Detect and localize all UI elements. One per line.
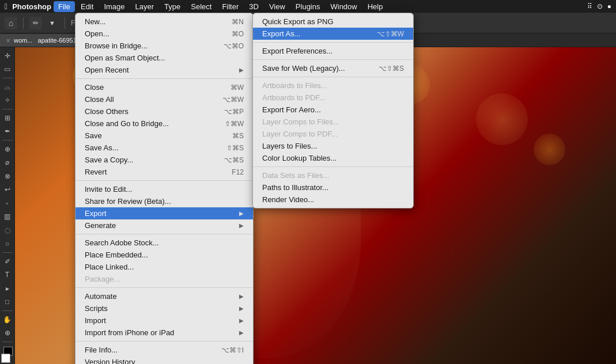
menu-revert[interactable]: Revert F12: [75, 166, 253, 178]
tool-options[interactable]: ▼: [46, 18, 59, 28]
export-color-lookup-tables[interactable]: Color Lookup Tables...: [253, 152, 413, 164]
menu-export[interactable]: Export ▶: [75, 207, 253, 219]
menu-package: Package...: [75, 273, 253, 285]
menu-file-info[interactable]: File Info... ⌥⌘⇧I: [75, 344, 253, 356]
tools-sep-6: [2, 342, 13, 342]
tools-sep-1: [2, 78, 13, 78]
menu-layer[interactable]: Layer: [131, 1, 159, 12]
menu-close[interactable]: Close ⌘W: [75, 81, 253, 93]
menu-new[interactable]: New... ⌘N: [75, 16, 253, 28]
menu-share-for-review[interactable]: Share for Review (Beta)...: [75, 195, 253, 207]
menu-place-embedded[interactable]: Place Embedded...: [75, 249, 253, 261]
export-render-video[interactable]: Render Video...: [253, 194, 413, 206]
menu-type[interactable]: Type: [160, 1, 185, 12]
menu-open[interactable]: Open... ⌘O: [75, 28, 253, 40]
path-selection-tool[interactable]: ▸: [1, 282, 14, 295]
menu-generate[interactable]: Generate ▶: [75, 219, 253, 232]
menu-plugins[interactable]: Plugins: [291, 1, 325, 12]
gradient-tool[interactable]: ▥: [1, 210, 14, 223]
menu-bar-right: ⠿ ⊙ ●: [587, 2, 611, 10]
menu-help[interactable]: Help: [363, 1, 388, 12]
tools-panel: ✛ ▭ ⌓ ✧ ⊞ ✒ ⊕ ⌀ ⊗ ↩ ▫ ▥ ◌ ○ ✐ T ▸ □ ✋ ⊕: [0, 47, 15, 364]
tools-sep-3: [2, 140, 13, 141]
menu-edit[interactable]: Edit: [76, 1, 98, 12]
menu-version-history[interactable]: Version History: [75, 356, 253, 364]
menu-sep-2: [75, 180, 253, 181]
menu-sep-5: [75, 341, 253, 342]
pen-tool[interactable]: ✐: [1, 255, 14, 268]
menu-3d[interactable]: 3D: [244, 1, 263, 12]
export-layers-to-files[interactable]: Layers to Files...: [253, 140, 413, 152]
menu-sep-3: [75, 234, 253, 234]
menu-sep-1: [75, 78, 253, 79]
ps-home-icon[interactable]: ⌂: [5, 17, 17, 29]
export-sep-3: [253, 77, 413, 77]
apple-menu-icon[interactable]: : [5, 2, 7, 11]
menu-open-recent[interactable]: Open Recent ▶: [75, 64, 253, 76]
text-tool[interactable]: T: [1, 268, 14, 281]
menu-view[interactable]: View: [264, 1, 290, 12]
menu-save-as[interactable]: Save As... ⇧⌘S: [75, 142, 253, 154]
eyedropper-tool[interactable]: ✒: [1, 125, 14, 138]
magic-wand-tool[interactable]: ✧: [1, 94, 14, 107]
bokeh-8: [534, 134, 565, 165]
brush-tool[interactable]: ⌀: [1, 156, 14, 169]
menu-save-copy[interactable]: Save a Copy... ⌥⌘S: [75, 154, 253, 166]
menu-file[interactable]: File: [54, 1, 75, 12]
menu-bar:  Photoshop File Edit Image Layer Type S…: [0, 0, 616, 13]
menu-automate[interactable]: Automate ▶: [75, 290, 253, 302]
history-brush-tool[interactable]: ↩: [1, 183, 14, 196]
toolbar-sep-1: [23, 17, 24, 29]
control-center-icon[interactable]: ⠿: [587, 2, 592, 10]
color-swatches: [1, 344, 14, 362]
export-sep-4: [253, 166, 413, 167]
dodge-tool[interactable]: ○: [1, 237, 14, 250]
background-color[interactable]: [1, 354, 10, 363]
menu-image[interactable]: Image: [99, 1, 129, 12]
menu-select[interactable]: Select: [186, 1, 216, 12]
tab-close-icon[interactable]: ✕: [6, 37, 10, 44]
eraser-tool[interactable]: ▫: [1, 197, 14, 210]
menu-place-linked[interactable]: Place Linked...: [75, 261, 253, 273]
healing-brush-tool[interactable]: ⊕: [1, 143, 14, 156]
crop-tool[interactable]: ⊞: [1, 112, 14, 124]
export-export-as[interactable]: Export As... ⌥⇧⌘W: [253, 28, 413, 40]
move-tool[interactable]: ✛: [1, 50, 14, 62]
blur-tool[interactable]: ◌: [1, 224, 14, 237]
menu-window[interactable]: Window: [326, 1, 361, 12]
menu-open-smart-object[interactable]: Open as Smart Object...: [75, 52, 253, 64]
export-quick-export-png[interactable]: Quick Export as PNG: [253, 16, 413, 28]
export-layer-comps-pdf: Layer Comps to PDF...: [253, 128, 413, 140]
lasso-tool[interactable]: ⌓: [1, 81, 14, 93]
export-save-for-web[interactable]: Save for Web (Legacy)... ⌥⇧⌘S: [253, 62, 413, 74]
wifi-icon[interactable]: ⊙: [597, 2, 603, 10]
export-paths-illustrator[interactable]: Paths to Illustrator...: [253, 181, 413, 194]
toolbar-sep-2: [65, 17, 65, 29]
menu-import[interactable]: Import ▶: [75, 314, 253, 327]
menu-scripts[interactable]: Scripts ▶: [75, 302, 253, 314]
app-name[interactable]: Photoshop: [12, 2, 51, 11]
tools-sep-5: [2, 310, 13, 311]
bokeh-6: [476, 93, 528, 145]
menu-search-adobe-stock[interactable]: Search Adobe Stock...: [75, 237, 253, 249]
export-sep-1: [253, 42, 413, 43]
menu-close-others[interactable]: Close Others ⌥⌘P: [75, 105, 253, 117]
export-preferences[interactable]: Export Preferences...: [253, 45, 413, 57]
menu-import-from-iphone[interactable]: Import from iPhone or iPad ▶: [75, 327, 253, 339]
menu-filter[interactable]: Filter: [217, 1, 243, 12]
menu-invite-to-edit[interactable]: Invite to Edit...: [75, 183, 253, 195]
menu-save[interactable]: Save ⌘S: [75, 130, 253, 142]
zoom-tool[interactable]: ⊕: [1, 327, 14, 339]
shape-tool[interactable]: □: [1, 295, 14, 308]
menu-sep-4: [75, 287, 253, 288]
export-for-aero[interactable]: Export For Aero...: [253, 104, 413, 116]
selection-tool[interactable]: ▭: [1, 63, 14, 76]
menu-close-all[interactable]: Close All ⌥⌘W: [75, 93, 253, 105]
tools-sep-4: [2, 252, 13, 253]
tools-sep-2: [2, 109, 13, 109]
hand-tool[interactable]: ✋: [1, 313, 14, 326]
menu-close-go-to-bridge[interactable]: Close and Go to Bridge... ⇧⌘W: [75, 117, 253, 130]
brush-tool-icon[interactable]: ✏: [29, 17, 42, 29]
menu-browse-bridge[interactable]: Browse in Bridge... ⌥⌘O: [75, 40, 253, 52]
clone-tool[interactable]: ⊗: [1, 170, 14, 183]
